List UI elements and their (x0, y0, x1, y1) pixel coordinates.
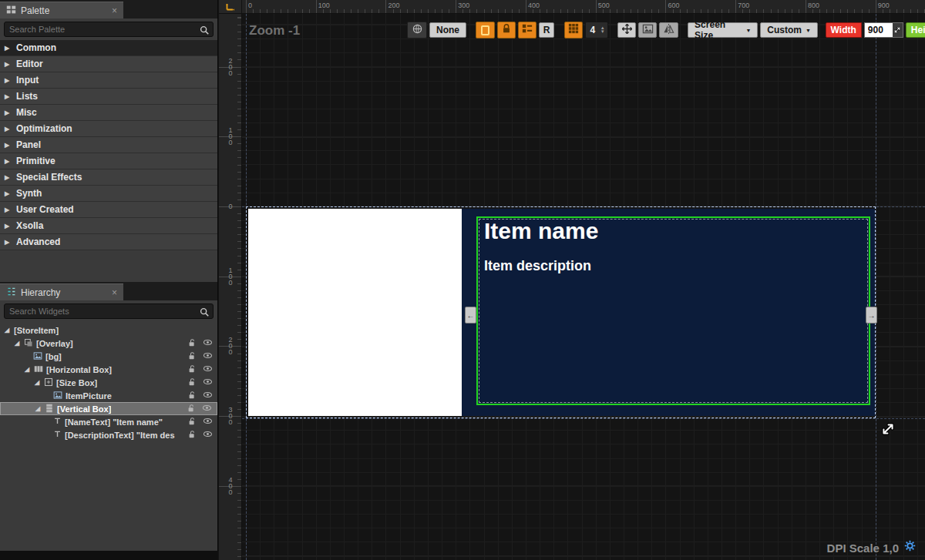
tree-row-bg[interactable]: [bg] (0, 350, 217, 363)
grid-snap-button[interactable] (564, 22, 583, 39)
lock-open-icon[interactable] (187, 364, 197, 375)
item-name-text[interactable]: Item name (484, 218, 598, 244)
category-label: Lists (16, 91, 38, 102)
chevron-right-icon: ▶ (5, 93, 12, 100)
expand-arrow-icon[interactable]: ◢ (13, 340, 21, 347)
lock-open-icon[interactable] (187, 338, 197, 349)
ruler-label: 800 (808, 2, 819, 9)
vertical-box-icon (45, 404, 54, 414)
tree-row-horizontal-box[interactable]: ◢ [Horizontal Box] (0, 363, 217, 376)
vertical-box-selection[interactable]: Item name Item description (476, 216, 870, 405)
custom-size-dropdown[interactable]: Custom▼ (760, 22, 818, 38)
localization-preview-button[interactable] (407, 22, 427, 39)
eye-icon[interactable] (203, 364, 213, 375)
eye-icon[interactable] (203, 390, 213, 401)
preview-background-button[interactable] (638, 22, 657, 38)
palette-category-advanced[interactable]: ▶Advanced (0, 234, 217, 250)
palette-search-row (0, 18, 217, 40)
eye-icon[interactable] (203, 429, 213, 441)
ruler-label: 200 (388, 2, 399, 9)
ruler-label: 0 (225, 203, 236, 210)
lock-open-icon[interactable] (187, 404, 196, 414)
lock-widgets-button[interactable] (497, 22, 516, 39)
palette-category-misc[interactable]: ▶Misc (0, 105, 217, 121)
eye-icon[interactable] (203, 350, 213, 362)
lock-open-icon[interactable] (187, 391, 197, 401)
palette-category-input[interactable]: ▶Input (0, 72, 217, 89)
palette-category-synth[interactable]: ▶Synth (0, 186, 217, 202)
chevron-right-icon: ▶ (5, 239, 12, 246)
expand-arrow-icon[interactable]: ◢ (33, 379, 41, 386)
palette-category-editor[interactable]: ▶Editor (0, 56, 217, 72)
category-label: Panel (16, 139, 41, 150)
respect-locks-button[interactable]: R (539, 22, 554, 38)
palette-category-optimization[interactable]: ▶Optimization (0, 121, 217, 137)
tab-palette[interactable]: Palette × (0, 2, 123, 18)
palette-category-xsolla[interactable]: ▶Xsolla (0, 218, 217, 234)
tree-row-storeitem[interactable]: ◢ [StoreItem] (0, 324, 217, 337)
palette-search-input[interactable] (5, 22, 213, 36)
storeitem-widget-preview[interactable]: Item name Item description ← → (246, 206, 876, 418)
design-canvas[interactable]: Zoom -1 None R 4 ▲▼ (242, 14, 925, 560)
ruler-label: 600 (668, 2, 679, 9)
category-label: Misc (16, 107, 37, 118)
grid-snap-size-stepper[interactable]: 4 ▲▼ (585, 22, 608, 39)
palette-category-primitive[interactable]: ▶Primitive (0, 153, 217, 169)
tree-row-itempicture[interactable]: ItemPicture (0, 389, 217, 402)
tree-row-overlay[interactable]: ◢ [Overlay] (0, 337, 217, 350)
chevron-right-icon: ▶ (5, 158, 12, 165)
eye-icon[interactable] (203, 416, 213, 428)
transform-mode-button[interactable] (617, 22, 636, 38)
expand-arrow-icon[interactable]: ◢ (23, 366, 31, 373)
chevron-right-icon: ▶ (5, 223, 12, 230)
palette-panel: Palette × ▶Common ▶Editor ▶Input ▶Lists … (0, 0, 217, 250)
lock-open-icon[interactable] (187, 417, 197, 428)
lock-open-icon[interactable] (187, 351, 197, 362)
palette-category-panel[interactable]: ▶Panel (0, 137, 217, 153)
category-label: Common (16, 42, 56, 53)
expand-arrow-icon[interactable]: ◢ (34, 405, 42, 412)
item-picture-slot[interactable] (248, 209, 462, 416)
lock-open-icon[interactable] (187, 430, 197, 441)
screen-size-dropdown[interactable]: Screen Size▼ (688, 22, 758, 38)
mirror-preview-button[interactable] (659, 22, 678, 38)
hierarchy-tab-label: Hierarchy (21, 287, 60, 298)
tree-row-nametext[interactable]: [NameText] "Item name" (0, 415, 217, 428)
hierarchy-search-input[interactable] (5, 304, 213, 318)
palette-category-common[interactable]: ▶Common (0, 40, 217, 56)
eye-icon[interactable] (202, 403, 212, 414)
close-icon[interactable]: × (112, 287, 117, 298)
close-icon[interactable]: × (112, 5, 117, 16)
tab-hierarchy[interactable]: Hierarchy × (0, 283, 123, 300)
reorder-right-handle[interactable]: → (866, 307, 877, 324)
palette-category-user-created[interactable]: ▶User Created (0, 202, 217, 218)
resize-corner-icon[interactable] (893, 23, 903, 37)
move-tool-icon (621, 23, 633, 37)
left-dock: Palette × ▶Common ▶Editor ▶Input ▶Lists … (0, 0, 218, 560)
tree-row-descriptiontext[interactable]: [DescriptionText] "Item des (0, 428, 217, 441)
ruler-label: 700 (738, 2, 749, 9)
expand-arrow-icon[interactable]: ◢ (3, 327, 11, 334)
reorder-left-handle[interactable]: ← (465, 307, 476, 324)
stepper-arrows-icon[interactable]: ▲▼ (600, 26, 607, 34)
width-input[interactable] (865, 25, 893, 35)
eye-icon[interactable] (203, 377, 213, 388)
item-description-text[interactable]: Item description (484, 258, 591, 274)
ruler-origin-icon (226, 0, 235, 14)
show-slots-button[interactable] (518, 22, 536, 39)
left-dock-footer (0, 551, 218, 560)
category-label: Advanced (16, 236, 60, 247)
palette-category-lists[interactable]: ▶Lists (0, 89, 217, 105)
flow-direction-button[interactable]: None (429, 22, 466, 38)
eye-icon[interactable] (203, 337, 213, 349)
lock-open-icon[interactable] (187, 377, 197, 388)
tree-label: ItemPicture (66, 391, 112, 401)
tree-row-vertical-box[interactable]: ◢ [Vertical Box] (0, 402, 217, 415)
height-label-chip: Height (906, 22, 925, 38)
ruler-corner[interactable] (219, 0, 242, 14)
tree-row-size-box[interactable]: ◢ [Size Box] (0, 376, 217, 389)
outline-toggle-button[interactable] (476, 22, 494, 39)
gear-icon[interactable] (904, 540, 916, 555)
palette-category-special-effects[interactable]: ▶Special Effects (0, 169, 217, 186)
tree-label: [DescriptionText] "Item des (65, 431, 175, 440)
